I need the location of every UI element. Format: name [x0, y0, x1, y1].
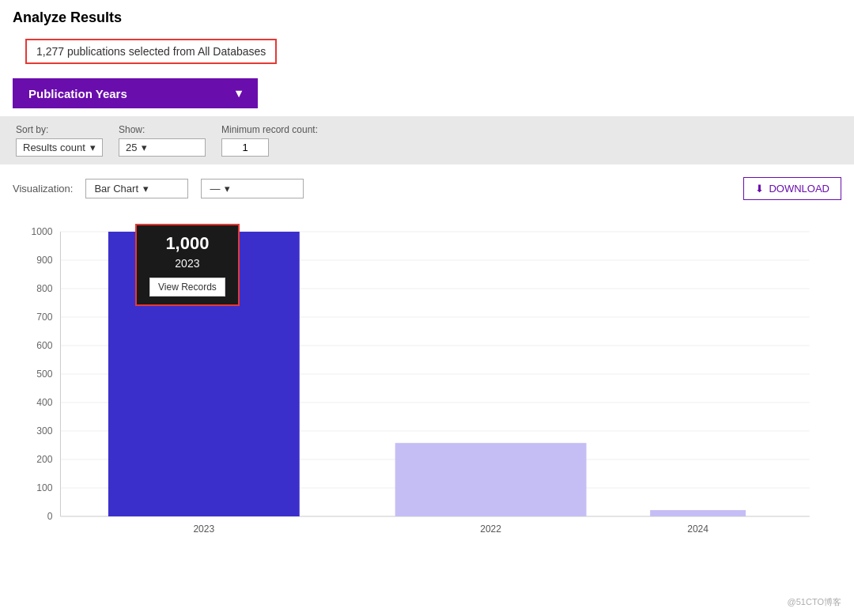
visualization-section: Visualization: Bar Chart ▾ — ▾ ⬇ DOWNLOA…	[0, 164, 854, 569]
viz-controls: Visualization: Bar Chart ▾ — ▾ ⬇ DOWNLOA…	[13, 177, 841, 200]
svg-text:300: 300	[36, 425, 52, 436]
svg-text:400: 400	[36, 397, 52, 408]
chart-type-value: Bar Chart	[94, 183, 138, 195]
chevron-down-icon: ▾	[236, 86, 242, 100]
sort-value: Results count	[23, 142, 85, 153]
chart-type-select[interactable]: Bar Chart ▾	[85, 179, 188, 198]
bar-tooltip: 1,000 2023 View Records	[135, 224, 240, 306]
sort-chevron-icon: ▾	[90, 142, 96, 153]
svg-text:800: 800	[36, 283, 52, 294]
svg-text:2024: 2024	[687, 523, 709, 535]
publication-years-button[interactable]: Publication Years ▾	[13, 78, 258, 108]
page-title: Analyze Results	[13, 9, 841, 26]
svg-text:100: 100	[36, 482, 52, 493]
svg-text:0: 0	[47, 511, 53, 522]
chart-type-chevron-icon: ▾	[143, 183, 149, 195]
show-chevron-icon: ▾	[142, 142, 147, 153]
bar-2024[interactable]	[650, 510, 746, 516]
svg-text:1000: 1000	[32, 226, 53, 237]
svg-text:900: 900	[36, 255, 52, 266]
svg-text:700: 700	[36, 312, 52, 323]
page-wrapper: Analyze Results 1,277 publications selec…	[0, 0, 854, 616]
min-record-label: Minimum record count:	[221, 124, 318, 135]
watermark: @51CTO博客	[788, 596, 841, 608]
second-select[interactable]: — ▾	[201, 179, 304, 198]
sort-label: Sort by:	[16, 124, 103, 135]
svg-text:2022: 2022	[480, 523, 501, 535]
show-value: 25	[126, 142, 137, 153]
viz-label: Visualization:	[13, 183, 73, 195]
sort-select[interactable]: Results count ▾	[16, 138, 103, 157]
page-header: Analyze Results	[0, 0, 854, 32]
show-label: Show:	[119, 124, 206, 135]
min-record-input[interactable]	[221, 138, 269, 157]
controls-bar: Sort by: Results count ▾ Show: 25 ▾ Mini…	[0, 116, 854, 164]
svg-text:600: 600	[36, 340, 52, 351]
view-records-button[interactable]: View Records	[149, 278, 225, 297]
min-record-group: Minimum record count:	[221, 124, 318, 157]
tooltip-count: 1,000	[149, 233, 225, 254]
svg-text:200: 200	[36, 454, 52, 465]
selection-text: 1,277 publications selected from All Dat…	[36, 45, 266, 58]
download-icon: ⬇	[755, 183, 764, 195]
show-select[interactable]: 25 ▾	[119, 138, 206, 157]
publication-years-label: Publication Years	[28, 87, 127, 100]
sort-group: Sort by: Results count ▾	[16, 124, 103, 157]
tooltip-year: 2023	[149, 257, 225, 270]
show-group: Show: 25 ▾	[119, 124, 206, 157]
bar-2022[interactable]	[395, 443, 587, 516]
download-button[interactable]: ⬇ DOWNLOAD	[743, 177, 841, 200]
download-label: DOWNLOAD	[769, 183, 829, 195]
chart-area: 1,000 2023 View Records 0 100 200	[13, 216, 841, 556]
svg-text:500: 500	[36, 368, 52, 380]
selection-bar: 1,277 publications selected from All Dat…	[25, 39, 277, 64]
svg-text:2023: 2023	[193, 523, 214, 535]
second-select-value: —	[210, 183, 220, 195]
second-select-chevron-icon: ▾	[225, 183, 230, 195]
